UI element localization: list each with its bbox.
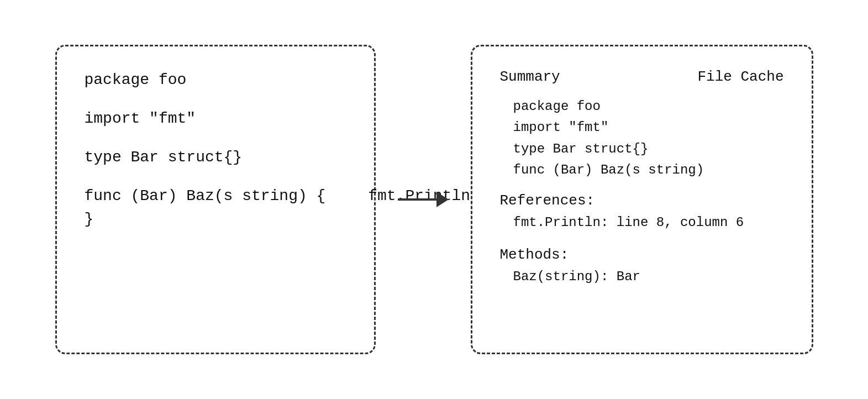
summary-line-3: type Bar struct{} (513, 139, 784, 160)
arrow-container (398, 192, 449, 207)
summary-line-4: func (Bar) Baz(s string) (513, 160, 784, 181)
summary-code-block: package foo import "fmt" type Bar struct… (500, 96, 784, 181)
code-block: package foo import "fmt" type Bar struct… (85, 69, 346, 241)
source-code-box: package foo import "fmt" type Bar struct… (55, 45, 376, 354)
arrow-line (398, 198, 436, 201)
summary-label: Summary (500, 69, 560, 85)
references-section: References: fmt.Println: line 8, column … (500, 192, 784, 233)
arrow (398, 192, 449, 207)
methods-label: Methods: (500, 246, 784, 263)
references-item-1: fmt.Println: line 8, column 6 (500, 212, 784, 233)
code-line-close-brace: } (85, 211, 94, 228)
summary-line-2: import "fmt" (513, 117, 784, 138)
summary-line-1: package foo (513, 96, 784, 117)
file-cache-label: File Cache (697, 69, 783, 85)
code-line-import: import "fmt" (85, 110, 196, 127)
code-group-import: import "fmt" (85, 107, 346, 130)
right-header: Summary File Cache (500, 69, 784, 85)
diagram-container: package foo import "fmt" type Bar struct… (48, 45, 821, 354)
file-cache-box: Summary File Cache package foo import "f… (471, 45, 813, 354)
code-group-func: func (Bar) Baz(s string) { fmt.Println(s… (85, 185, 346, 231)
methods-item-1: Baz(string): Bar (500, 266, 784, 287)
code-line-package: package foo (85, 71, 187, 88)
code-line-type: type Bar struct{} (85, 149, 243, 166)
methods-section: Methods: Baz(string): Bar (500, 246, 784, 287)
references-label: References: (500, 192, 784, 209)
code-group-type: type Bar struct{} (85, 146, 346, 169)
code-line-func: func (Bar) Baz(s string) { (85, 187, 326, 204)
code-group-package: package foo (85, 69, 346, 92)
arrow-head (436, 192, 449, 207)
